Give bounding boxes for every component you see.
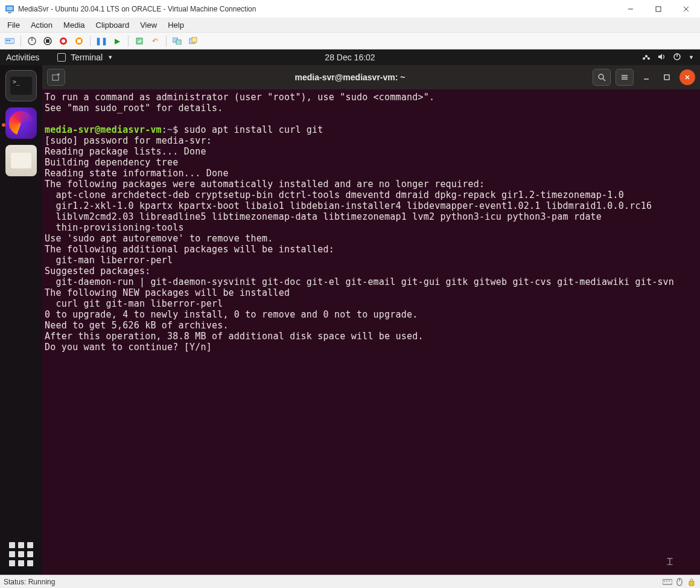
hyperv-titlebar: MediaSvr - Ubuntu 20.04.1 LTS on ORACLE … bbox=[0, 0, 700, 18]
svg-rect-13 bbox=[46, 39, 49, 43]
terminal-titlebar: media-svr@mediasvr-vm: ~ bbox=[42, 65, 700, 89]
ctrl-alt-del-icon[interactable] bbox=[4, 35, 16, 47]
window-maximize-button[interactable] bbox=[659, 69, 675, 85]
network-icon bbox=[641, 53, 650, 63]
dock-show-apps[interactable] bbox=[9, 542, 33, 566]
hyperv-statusbar: Status: Running bbox=[0, 575, 700, 588]
system-tray[interactable]: ▼ bbox=[641, 53, 694, 63]
hamburger-menu-button[interactable] bbox=[616, 69, 634, 86]
svg-rect-17 bbox=[77, 39, 81, 43]
menu-action[interactable]: Action bbox=[31, 21, 52, 30]
window-minimize-button[interactable] bbox=[638, 69, 654, 85]
dock: >_ bbox=[0, 65, 42, 575]
svg-rect-20 bbox=[176, 40, 181, 45]
activities-button[interactable]: Activities bbox=[6, 53, 39, 62]
svg-line-35 bbox=[603, 78, 605, 81]
search-button[interactable] bbox=[593, 69, 611, 86]
ubuntu-desktop: >_ media-svr@mediasvr-vm: ~ bbox=[0, 65, 700, 575]
power-icon bbox=[673, 53, 681, 63]
shutdown-icon[interactable] bbox=[57, 35, 69, 47]
svg-rect-8 bbox=[6, 40, 8, 41]
svg-rect-40 bbox=[664, 75, 669, 80]
svg-point-34 bbox=[599, 74, 603, 79]
menu-clipboard[interactable]: Clipboard bbox=[96, 21, 130, 30]
volume-icon bbox=[657, 53, 666, 63]
svg-marker-28 bbox=[658, 54, 662, 60]
dock-firefox[interactable] bbox=[5, 107, 37, 139]
text-cursor-icon: Ꮖ bbox=[667, 557, 673, 567]
window-close-button[interactable] bbox=[679, 69, 695, 85]
terminal-title: media-svr@mediasvr-vm: ~ bbox=[295, 72, 406, 82]
svg-line-26 bbox=[644, 56, 646, 59]
menu-file[interactable]: File bbox=[7, 21, 20, 30]
menu-help[interactable]: Help bbox=[168, 21, 184, 30]
revert-icon[interactable]: ↶ bbox=[149, 35, 161, 47]
svg-rect-49 bbox=[689, 581, 694, 586]
share-icon[interactable] bbox=[187, 35, 199, 47]
vm-icon bbox=[5, 4, 14, 14]
status-text: Status: Running bbox=[4, 578, 55, 586]
dock-terminal[interactable]: >_ bbox=[5, 70, 37, 101]
clock[interactable]: 28 Dec 16:02 bbox=[325, 53, 375, 62]
svg-rect-18 bbox=[136, 38, 142, 44]
svg-line-27 bbox=[646, 56, 649, 59]
terminal-app-icon bbox=[57, 53, 66, 62]
maximize-button[interactable] bbox=[644, 0, 672, 18]
stop-icon[interactable] bbox=[42, 35, 54, 47]
start-icon[interactable] bbox=[26, 35, 38, 47]
close-button[interactable] bbox=[672, 0, 700, 18]
svg-rect-43 bbox=[663, 580, 672, 584]
gnome-topbar: Activities Terminal ▼ 28 Dec 16:02 ▼ bbox=[0, 50, 700, 65]
svg-rect-9 bbox=[8, 40, 10, 41]
new-tab-button[interactable] bbox=[47, 69, 65, 86]
svg-rect-22 bbox=[192, 37, 197, 42]
dock-files[interactable] bbox=[5, 145, 37, 176]
mouse-icon bbox=[675, 577, 684, 587]
terminal-window: media-svr@mediasvr-vm: ~ To run bbox=[42, 65, 700, 575]
enhanced-session-icon[interactable] bbox=[171, 35, 183, 47]
save-icon[interactable] bbox=[73, 35, 85, 47]
app-menu[interactable]: Terminal ▼ bbox=[57, 53, 113, 62]
svg-point-15 bbox=[62, 39, 65, 43]
svg-rect-1 bbox=[7, 7, 13, 10]
app-menu-label: Terminal bbox=[71, 53, 103, 62]
terminal-body[interactable]: To run a command as administrator (user … bbox=[42, 89, 700, 575]
keyboard-icon bbox=[663, 577, 672, 587]
menu-view[interactable]: View bbox=[140, 21, 157, 30]
hyperv-toolbar: ❚❚ ▶ ↶ bbox=[0, 33, 700, 50]
reset-icon[interactable]: ▶ bbox=[111, 35, 123, 47]
window-title: MediaSvr - Ubuntu 20.04.1 LTS on ORACLE … bbox=[18, 5, 256, 13]
svg-rect-4 bbox=[656, 7, 661, 11]
minimize-button[interactable] bbox=[617, 0, 644, 18]
chevron-down-icon: ▼ bbox=[689, 54, 694, 60]
menu-media[interactable]: Media bbox=[63, 21, 84, 30]
hyperv-menubar: File Action Media Clipboard View Help bbox=[0, 18, 700, 33]
running-indicator bbox=[2, 123, 5, 127]
chevron-down-icon: ▼ bbox=[107, 54, 113, 60]
pause-icon[interactable]: ❚❚ bbox=[95, 35, 107, 47]
svg-rect-2 bbox=[8, 12, 11, 13]
svg-rect-31 bbox=[52, 75, 59, 80]
checkpoint-icon[interactable] bbox=[133, 35, 145, 47]
lock-icon bbox=[687, 577, 696, 587]
